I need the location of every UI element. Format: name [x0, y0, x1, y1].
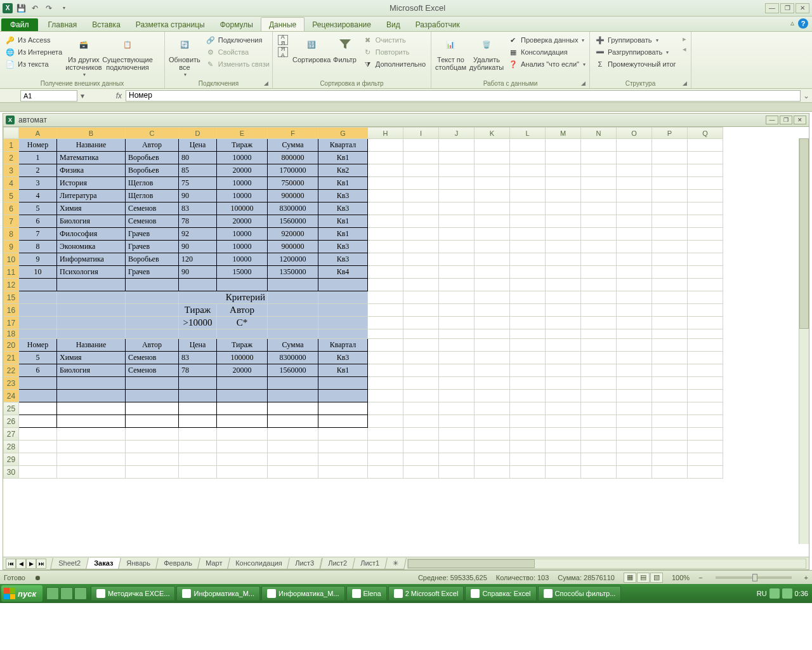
- connections-button[interactable]: 🔗Подключения: [204, 34, 271, 46]
- what-if-button[interactable]: ❓Анализ "что если"▾: [507, 58, 587, 70]
- from-web-button[interactable]: 🌐Из Интернета: [4, 46, 63, 58]
- row-header-2[interactable]: 2: [4, 152, 19, 164]
- row-header-20[interactable]: 20: [4, 339, 19, 352]
- tab-developer[interactable]: Разработчик: [408, 18, 468, 31]
- existing-connections-button[interactable]: 📋Существующие подключения: [103, 33, 152, 72]
- row-header-22[interactable]: 22: [4, 364, 19, 377]
- col-header-E[interactable]: E: [217, 128, 268, 139]
- tab-formulas[interactable]: Формулы: [213, 18, 261, 31]
- col-header-B[interactable]: B: [57, 128, 126, 139]
- insert-sheet-icon[interactable]: ✳: [384, 558, 407, 569]
- row-header-9[interactable]: 9: [4, 241, 19, 253]
- col-header-F[interactable]: F: [268, 128, 318, 139]
- row-header-15[interactable]: 15: [4, 291, 19, 304]
- col-header-G[interactable]: G: [318, 128, 368, 139]
- col-header-O[interactable]: O: [617, 128, 652, 139]
- zoom-in-icon[interactable]: +: [804, 574, 808, 581]
- tab-data[interactable]: Данные: [261, 17, 304, 31]
- taskbar-item[interactable]: 2 Microsoft Excel: [388, 586, 464, 601]
- zoom-level[interactable]: 100%: [672, 574, 690, 581]
- advanced-filter-button[interactable]: ⧩Дополнительно: [362, 58, 427, 70]
- wb-close-button[interactable]: ✕: [794, 116, 806, 124]
- tray-clock[interactable]: 0:36: [795, 590, 808, 597]
- group-button[interactable]: ➕Группировать▾: [594, 34, 678, 46]
- row-header-11[interactable]: 11: [4, 266, 19, 279]
- col-header-J[interactable]: J: [439, 128, 475, 139]
- from-other-button[interactable]: 🗃️Из других источников▾: [66, 33, 102, 79]
- save-icon[interactable]: 💾: [15, 3, 27, 14]
- properties-button[interactable]: ⚙Свойства: [204, 46, 271, 58]
- col-header-I[interactable]: I: [403, 128, 439, 139]
- sheet-tab[interactable]: Консолидация: [227, 558, 290, 569]
- show-detail-icon[interactable]: ▸: [681, 34, 688, 44]
- zoom-slider[interactable]: [716, 576, 792, 579]
- row-header-27[interactable]: 27: [4, 428, 19, 441]
- cell-A1[interactable]: Номер: [19, 139, 57, 152]
- row-header-6[interactable]: 6: [4, 202, 19, 215]
- sheet-tab[interactable]: Январь: [118, 558, 159, 569]
- consolidate-button[interactable]: ▦Консолидация: [507, 46, 587, 58]
- row-header-17[interactable]: 17: [4, 317, 19, 329]
- col-header-Q[interactable]: Q: [688, 128, 723, 139]
- col-header-D[interactable]: D: [179, 128, 217, 139]
- taskbar-item[interactable]: Информатика_М...: [261, 586, 345, 601]
- sheet-tab[interactable]: Заказ: [86, 558, 121, 569]
- hide-detail-icon[interactable]: ◂: [681, 44, 688, 54]
- view-normal-icon[interactable]: ▦: [624, 573, 636, 583]
- sheet-nav-next-icon[interactable]: ▶: [26, 559, 36, 569]
- sheet-tab[interactable]: Лист1: [352, 558, 388, 569]
- col-header-P[interactable]: P: [652, 128, 688, 139]
- row-header-25[interactable]: 25: [4, 402, 19, 415]
- qat-customize-icon[interactable]: ▾: [58, 3, 70, 14]
- tab-insert[interactable]: Вставка: [84, 18, 128, 31]
- fx-icon[interactable]: fx: [116, 91, 122, 100]
- ql-media-icon[interactable]: [60, 587, 73, 600]
- ql-ie-icon[interactable]: [46, 587, 59, 600]
- col-header-A[interactable]: A: [19, 128, 57, 139]
- horizontal-scrollbar[interactable]: [407, 559, 806, 569]
- row-header-16[interactable]: 16: [4, 304, 19, 317]
- formula-input[interactable]: Номер: [126, 90, 801, 102]
- taskbar-item[interactable]: Справка: Excel: [465, 586, 536, 601]
- restore-button[interactable]: ❐: [780, 3, 794, 13]
- minimize-button[interactable]: —: [765, 3, 779, 13]
- from-access-button[interactable]: 🔑Из Access: [4, 34, 63, 46]
- sheet-tab[interactable]: Sheet2: [50, 558, 89, 569]
- data-validation-button[interactable]: ✔Проверка данных▾: [507, 34, 587, 46]
- edit-links-button[interactable]: ✎Изменить связи: [204, 58, 271, 70]
- row-header-1[interactable]: 1: [4, 139, 19, 152]
- worksheet-grid[interactable]: ABCDEFGHIJKLMNOPQ1НомерНазваниеАвторЦена…: [3, 127, 809, 570]
- row-header-21[interactable]: 21: [4, 352, 19, 364]
- undo-icon[interactable]: ↶: [29, 3, 41, 14]
- taskbar-item[interactable]: Способы фильтр...: [538, 586, 622, 601]
- row-header-3[interactable]: 3: [4, 164, 19, 177]
- ungroup-button[interactable]: ➖Разгруппировать▾: [594, 46, 678, 58]
- row-header-10[interactable]: 10: [4, 253, 19, 266]
- sort-az-button[interactable]: АЯ: [277, 34, 291, 46]
- col-header-H[interactable]: H: [368, 128, 403, 139]
- text-to-columns-button[interactable]: 📊Текст по столбцам: [434, 33, 468, 72]
- col-header-M[interactable]: M: [546, 128, 581, 139]
- tray-icon[interactable]: [769, 588, 780, 599]
- row-header-29[interactable]: 29: [4, 453, 19, 466]
- tray-icon[interactable]: [782, 588, 792, 599]
- filter-button[interactable]: Фильтр: [331, 33, 359, 65]
- row-header-12[interactable]: 12: [4, 279, 19, 291]
- name-box-dropdown-icon[interactable]: ▾: [77, 91, 88, 100]
- row-header-30[interactable]: 30: [4, 466, 19, 479]
- formula-expand-icon[interactable]: ⌄: [801, 91, 812, 100]
- col-header-C[interactable]: C: [126, 128, 179, 139]
- taskbar-item[interactable]: Методичка EXCE...: [91, 586, 175, 601]
- col-header-L[interactable]: L: [510, 128, 546, 139]
- macro-record-icon[interactable]: ⏺: [34, 574, 41, 581]
- subtotal-button[interactable]: ΣПромежуточный итог: [594, 58, 678, 70]
- redo-icon[interactable]: ↷: [43, 3, 55, 14]
- sort-za-button[interactable]: ЯА: [277, 46, 291, 58]
- tray-lang[interactable]: RU: [757, 590, 767, 597]
- tab-home[interactable]: Главная: [41, 18, 85, 31]
- sheet-tab[interactable]: Март: [197, 558, 230, 569]
- sheet-nav-last-icon[interactable]: ⏭: [36, 559, 46, 569]
- wb-minimize-button[interactable]: —: [766, 116, 778, 124]
- name-box[interactable]: A1: [20, 90, 77, 102]
- tab-pagelayout[interactable]: Разметка страницы: [128, 18, 213, 31]
